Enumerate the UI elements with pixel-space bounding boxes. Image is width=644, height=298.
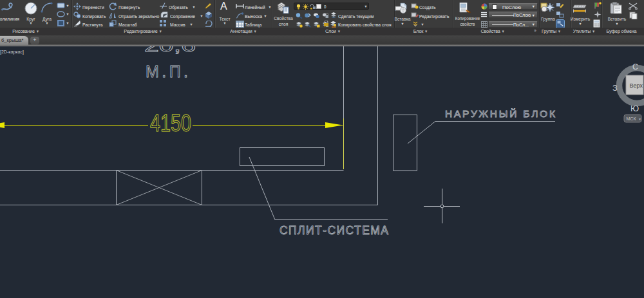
svg-text:20,6: 20,6 bbox=[144, 46, 196, 55]
svg-text:З: З bbox=[612, 83, 618, 93]
svg-text:М.П.: М.П. bbox=[146, 62, 188, 80]
svg-text:НАРУЖНЫЙ БЛОК: НАРУЖНЫЙ БЛОК bbox=[445, 108, 555, 119]
svg-text:Верх: Верх bbox=[630, 82, 643, 89]
svg-text:СПЛИТ-СИСТЕМА: СПЛИТ-СИСТЕМА bbox=[279, 224, 388, 237]
svg-text:Ю: Ю bbox=[630, 104, 639, 113]
svg-text:4150: 4150 bbox=[150, 110, 191, 136]
svg-text:МСК: МСК bbox=[627, 116, 637, 121]
svg-text:▼: ▼ bbox=[638, 117, 641, 121]
svg-text:][2D-каркас]: ][2D-каркас] bbox=[0, 49, 24, 55]
svg-text:С: С bbox=[632, 62, 638, 71]
